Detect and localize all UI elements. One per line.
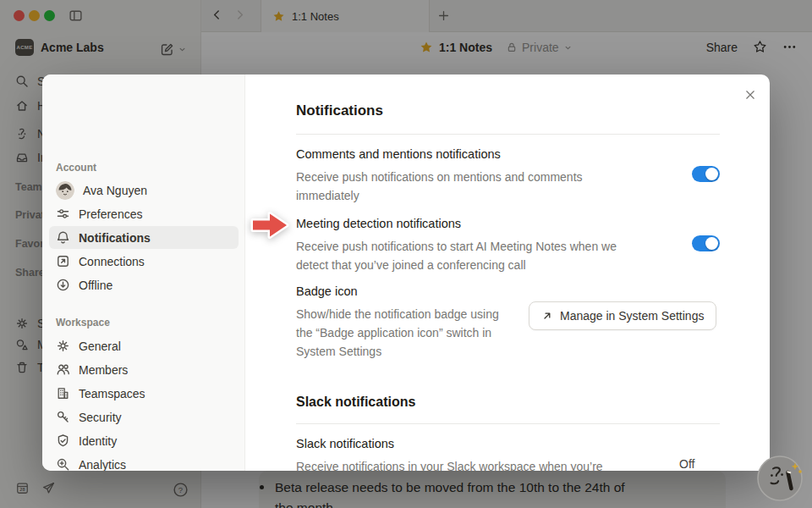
gear-icon — [56, 339, 70, 353]
key-icon — [56, 410, 70, 424]
settings-modal: Account Ava Nguyen Preferences Notificat… — [42, 75, 770, 471]
toggle-comments-notifications[interactable] — [692, 166, 720, 182]
setting-title-badge-icon: Badge icon — [296, 284, 720, 298]
avatar — [56, 181, 74, 200]
divider — [296, 423, 720, 424]
settings-item-preferences[interactable]: Preferences — [49, 202, 239, 225]
sliders-icon — [56, 207, 70, 221]
arrow-box-icon — [56, 254, 70, 268]
divider — [296, 134, 720, 135]
settings-section-account: Account — [56, 162, 96, 174]
ai-cursor-icon — [757, 454, 806, 503]
magnifier-plus-icon — [56, 457, 70, 471]
settings-item-general[interactable]: General — [49, 334, 239, 357]
settings-item-account-profile[interactable]: Ava Nguyen — [49, 179, 239, 202]
setting-title-meeting-detection: Meeting detection notifications — [296, 217, 720, 230]
manage-system-settings-button[interactable]: Manage in System Settings — [529, 301, 716, 330]
settings-item-connections[interactable]: Connections — [49, 250, 239, 273]
setting-title-slack: Slack notifications — [296, 437, 720, 450]
slack-value[interactable]: Off — [679, 457, 694, 471]
setting-desc-slack: Receive notifications in your Slack work… — [296, 457, 694, 471]
toggle-meeting-detection[interactable] — [692, 235, 720, 251]
settings-item-notifications[interactable]: Notifications — [49, 226, 239, 249]
settings-item-identity[interactable]: Identity — [49, 429, 239, 452]
people-icon — [56, 362, 70, 377]
settings-item-members[interactable]: Members — [49, 358, 239, 381]
settings-sidebar: Account Ava Nguyen Preferences Notificat… — [42, 75, 245, 471]
setting-title-comments: Comments and mentions notifications — [296, 147, 720, 161]
setting-desc-badge-icon: Show/hide the notification badge using t… — [296, 305, 550, 361]
setting-desc-comments: Receive push notifications on mentions a… — [296, 168, 694, 205]
settings-item-security[interactable]: Security — [49, 406, 239, 428]
download-circle-icon — [56, 278, 70, 292]
slack-section-title: Slack notifications — [296, 395, 720, 410]
settings-item-analytics[interactable]: Analytics — [49, 453, 239, 471]
annotation-arrow-icon — [247, 208, 293, 242]
shield-check-icon — [56, 433, 70, 448]
settings-item-teamspaces[interactable]: Teamspaces — [49, 382, 239, 405]
building-icon — [56, 386, 70, 400]
settings-item-offline[interactable]: Offline — [49, 273, 239, 296]
bell-icon — [56, 230, 70, 245]
app-window: ACME Acme Labs Search Home Notion AI Inb… — [0, 0, 812, 508]
arrow-up-right-icon — [541, 310, 553, 322]
close-icon[interactable] — [744, 89, 756, 101]
modal-title: Notifications — [296, 102, 720, 119]
settings-section-workspace: Workspace — [56, 317, 110, 329]
setting-desc-meeting-detection: Receive push notifications to start AI M… — [296, 237, 694, 274]
